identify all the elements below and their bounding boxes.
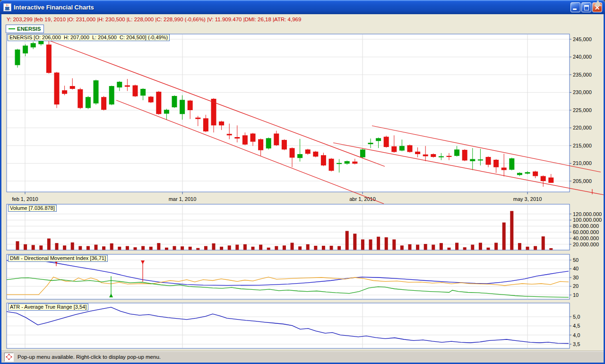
app-window: Interactive Financial Charts 245,000240,…: [0, 0, 605, 364]
chart-client-area[interactable]: [1, 14, 604, 363]
title-bar[interactable]: Interactive Financial Charts: [0, 0, 605, 14]
window-title: Interactive Financial Charts: [14, 4, 94, 11]
popup-menu-icon: [4, 353, 14, 362]
volume-tooltip: Volume [7.036.878]: [8, 205, 57, 212]
maximize-icon: [584, 5, 589, 10]
java-app-icon: [3, 3, 11, 11]
minimize-button[interactable]: [570, 2, 580, 12]
dmi-tooltip: DMI - Directional Movement Index [36,71]: [8, 255, 108, 262]
status-text: Pop-up menu available. Right-click to di…: [17, 354, 161, 360]
status-bar: Pop-up menu available. Right-click to di…: [1, 351, 604, 363]
price-ohlc-tooltip: ENERSIS [O: 206,000 H: 207,000 L: 204,50…: [8, 34, 170, 41]
series-legend: ENERSIS: [6, 25, 44, 33]
atr-tooltip: ATR - Average True Range [3,54]: [8, 303, 88, 311]
crosshair-info-line: Y: 203,299 |feb 19, 2010 |O: 231,000 |H:…: [7, 17, 301, 22]
legend-series-label: ENERSIS: [17, 26, 41, 32]
legend-line-swatch: [9, 28, 15, 29]
warning-artifact-icon: [594, 0, 602, 6]
minimize-icon: [573, 9, 577, 10]
maximize-button[interactable]: [581, 2, 591, 12]
